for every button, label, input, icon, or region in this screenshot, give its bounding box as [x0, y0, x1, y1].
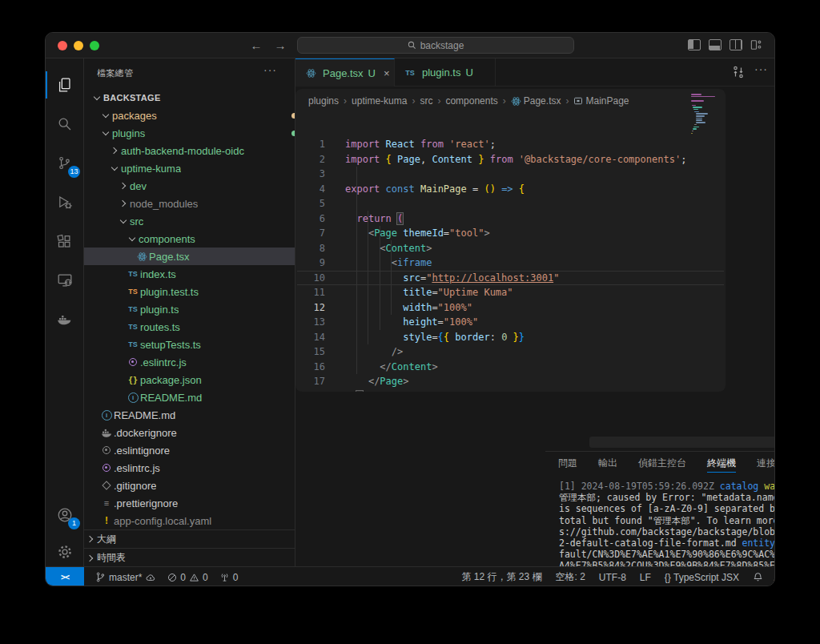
breadcrumb-item[interactable]: components [445, 95, 497, 107]
code-line-18[interactable]: 18 ); [295, 389, 726, 392]
panel-tab-連接埠[interactable]: 連接埠 [757, 452, 775, 474]
code-line-15[interactable]: 15 /> [295, 344, 726, 360]
tree-item-packages[interactable]: packages [84, 107, 295, 124]
code-line-8[interactable]: 8 <Content> [295, 241, 726, 256]
section-label: 大綱 [97, 533, 116, 546]
tree-item-.eslintrc.js[interactable]: .eslintrc.jsU [84, 353, 295, 371]
tab-label: plugin.ts [422, 66, 460, 78]
code-line-11[interactable]: 11 title="Uptime Kuma" [295, 285, 726, 300]
tree-item-plugin.test.ts[interactable]: TSplugin.test.tsU [84, 283, 295, 300]
cursor-position-item[interactable]: 第 12 行，第 23 欄 [461, 570, 541, 584]
code-line-1[interactable]: 1import React from 'react'; [295, 137, 726, 152]
indentation-item[interactable]: 空格: 2 [555, 570, 585, 584]
tree-item-dev[interactable]: dev [84, 177, 295, 195]
tree-item-routes.ts[interactable]: TSroutes.tsU [84, 318, 295, 336]
breadcrumb-item[interactable]: uptime-kuma [352, 95, 407, 107]
code-line-17[interactable]: 17 </Page> [295, 374, 726, 389]
activity-extensions[interactable] [46, 225, 83, 257]
sidebar-section-timeline[interactable]: 時間表 [84, 548, 295, 566]
toggle-panel-icon[interactable] [709, 39, 722, 50]
language-mode-item[interactable]: {} TypeScript JSX [665, 572, 739, 583]
eol-item[interactable]: LF [640, 572, 651, 583]
breadcrumb-item[interactable]: Page.tsx [511, 95, 561, 107]
tree-item-auth-backend-module-oidc[interactable]: auth-backend-module-oidc [84, 142, 295, 159]
toggle-secondary-sidebar-icon[interactable] [730, 39, 742, 50]
tree-item-index.ts[interactable]: TSindex.tsU [84, 265, 295, 283]
close-window-button[interactable] [58, 41, 67, 50]
tree-item-plugin.ts[interactable]: TSplugin.tsU [84, 300, 295, 318]
problems-item[interactable]: 0 0 [167, 572, 207, 583]
horizontal-scrollbar[interactable] [589, 437, 775, 448]
code-editor[interactable]: plugins›uptime-kuma›src›components›Page.… [295, 89, 726, 392]
tree-item-BACKSTAGE[interactable]: BACKSTAGE [84, 89, 295, 107]
tree-item-nodemodules[interactable]: node_modules [84, 195, 295, 212]
activity-remote-explorer[interactable] [46, 264, 83, 296]
code-line-14[interactable]: 14 style={{ border: 0 }} [295, 330, 726, 345]
sidebar-more-actions-icon[interactable]: ··· [263, 63, 277, 76]
close-tab-icon[interactable]: × [384, 67, 390, 79]
code-line-13[interactable]: 13 height="100%" [295, 315, 726, 330]
tree-item-.dockerignore[interactable]: .dockerignore [84, 424, 295, 441]
command-search-box[interactable]: backstage [297, 37, 574, 54]
code-line-6[interactable]: 6 return ( [295, 211, 726, 227]
activity-settings-gear[interactable] [46, 536, 83, 568]
tree-item-components[interactable]: components [84, 230, 295, 248]
tab-page-tsx[interactable]: Page.tsx U × [295, 58, 395, 87]
customize-layout-icon[interactable] [750, 39, 763, 50]
activity-run-debug[interactable] [46, 186, 83, 218]
tree-item-package.json[interactable]: {}package.jsonU [84, 371, 295, 388]
git-branch-item[interactable]: master* [95, 572, 156, 583]
tree-item-.eslintignore[interactable]: .eslintignore [84, 441, 295, 459]
tree-item-plugins[interactable]: plugins [84, 124, 295, 142]
code-line-9[interactable]: 9 <iframe [295, 256, 726, 271]
tree-item-.eslintrc.js[interactable]: .eslintrc.js [84, 459, 295, 477]
notifications-bell-icon[interactable] [753, 572, 763, 582]
tree-item-app-config.local.yaml[interactable]: !app-config.local.yaml [84, 512, 295, 529]
remote-indicator[interactable]: >< [46, 567, 84, 586]
editor-more-actions-icon[interactable]: ··· [754, 62, 768, 75]
code-area[interactable]: 1import React from 'react';2import { Pag… [295, 107, 726, 392]
breadcrumb-item[interactable]: MainPage [573, 95, 629, 107]
tree-item-Page.tsx[interactable]: Page.tsxU [84, 248, 295, 265]
code-line-2[interactable]: 2import { Page, Content } from '@backsta… [295, 152, 726, 167]
docker-file-icon [99, 426, 114, 439]
code-line-3[interactable]: 3 [295, 167, 726, 182]
breadcrumb-item[interactable]: plugins [308, 95, 339, 107]
activity-source-control[interactable]: 13 [46, 147, 83, 179]
tree-item-.gitignore[interactable]: .gitignore [84, 477, 295, 494]
activity-accounts[interactable]: 1 [46, 499, 83, 531]
breadcrumb-item[interactable]: src [420, 95, 432, 107]
toggle-sidebar-icon[interactable] [688, 39, 701, 50]
panel-tab-問題[interactable]: 問題 [558, 452, 577, 474]
ports-item[interactable]: 0 [219, 572, 239, 583]
panel-tab-終端機[interactable]: 終端機 [707, 452, 736, 474]
code-line-4[interactable]: 4export const MainPage = () => { [295, 182, 726, 197]
code-line-12[interactable]: 12 width="100%" [295, 300, 726, 316]
tab-plugin-ts[interactable]: TS plugin.ts U [395, 58, 496, 87]
zoom-window-button[interactable] [90, 41, 99, 50]
tree-item-README.md[interactable]: iREADME.md [84, 406, 295, 424]
activity-explorer[interactable] [46, 69, 83, 101]
code-line-7[interactable]: 7 <Page themeId="tool"> [295, 226, 726, 241]
tree-item-.prettierignore[interactable]: ≡.prettierignore [84, 494, 295, 512]
tree-item-setupTests.ts[interactable]: TSsetupTests.tsU [84, 336, 295, 353]
minimap[interactable] [691, 94, 723, 142]
tree-item-src[interactable]: src [84, 212, 295, 230]
activity-docker[interactable] [46, 304, 83, 336]
sidebar-section-outline[interactable]: 大綱 [84, 529, 295, 548]
forward-arrow-icon[interactable]: → [271, 37, 289, 54]
code-line-10[interactable]: 10 src="http://localhost:3001" [295, 271, 726, 286]
error-count: 0 [180, 572, 186, 583]
tree-item-README.md[interactable]: iREADME.mdU [84, 388, 295, 406]
minimize-window-button[interactable] [74, 41, 83, 50]
panel-tab-輸出[interactable]: 輸出 [598, 452, 617, 474]
open-changes-icon[interactable] [732, 66, 745, 78]
code-line-5[interactable]: 5 [295, 196, 726, 211]
panel-tab-偵錯主控台[interactable]: 偵錯主控台 [638, 452, 686, 474]
code-line-16[interactable]: 16 </Content> [295, 360, 726, 375]
encoding-item[interactable]: UTF-8 [599, 572, 626, 583]
tree-item-uptime-kuma[interactable]: uptime-kuma [84, 159, 295, 177]
activity-search[interactable] [46, 108, 83, 140]
tree-item-label: dev [130, 180, 147, 192]
back-arrow-icon[interactable]: ← [247, 37, 265, 54]
